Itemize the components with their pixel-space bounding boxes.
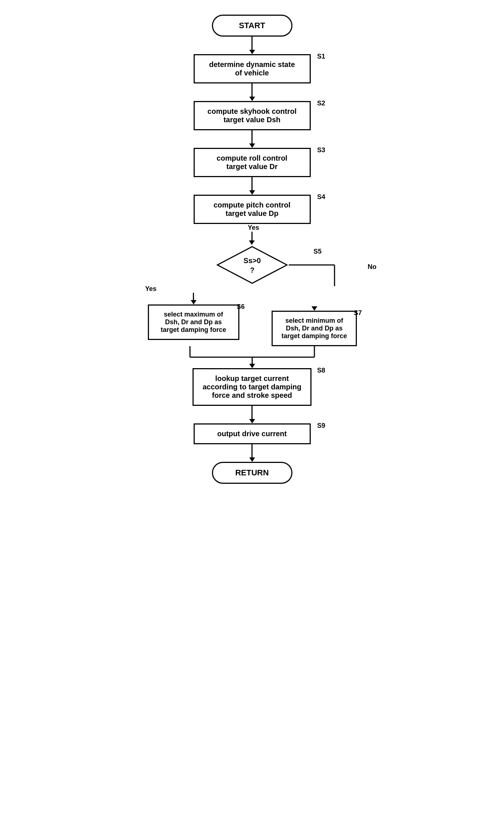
flowchart: START S1 determine dynamic stateof vehic…: [124, 15, 380, 484]
s5-label: S5: [313, 248, 321, 255]
s4-label: S4: [317, 193, 325, 201]
s2-box: compute skyhook controltarget value Dsh: [194, 101, 311, 130]
start-node: START: [212, 15, 292, 37]
s5-diamond: Ss>0 ?: [216, 245, 289, 285]
arrow-start-s1: [249, 37, 255, 54]
s6-box: select maximum ofDsh, Dr and Dp astarget…: [148, 304, 239, 340]
arrow-s9-return: [249, 444, 255, 462]
arrow-s2-s3: [249, 130, 255, 148]
arrow-s4-s5: Yes: [245, 224, 259, 245]
return-node: RETURN: [212, 462, 292, 484]
svg-text:?: ?: [250, 266, 254, 274]
s9-box: output drive current: [194, 423, 311, 444]
s8-box: lookup target currentaccording to target…: [193, 368, 311, 406]
s1-box: determine dynamic stateof vehicle: [194, 54, 311, 83]
arrow-s3-s4: [249, 177, 255, 195]
s7-box: select minimum ofDsh, Dr and Dp astarget…: [272, 311, 357, 346]
convergence-svg: [128, 346, 377, 368]
s9-label: S9: [317, 422, 325, 430]
arrow-s8-s9: [249, 406, 255, 423]
s2-label: S2: [317, 100, 325, 107]
s7-label: S7: [354, 309, 362, 317]
s1-label: S1: [317, 53, 325, 60]
s3-box: compute roll controltarget value Dr: [194, 148, 311, 177]
s6-label: S6: [236, 303, 244, 311]
arrow-s1-s2: [249, 83, 255, 101]
no-label: No: [368, 263, 377, 271]
s4-box: compute pitch controltarget value Dp: [194, 195, 311, 224]
svg-marker-10: [249, 364, 255, 368]
s8-label: S8: [317, 367, 325, 374]
svg-text:Ss>0: Ss>0: [243, 257, 261, 265]
convergence-area: [128, 346, 377, 368]
svg-marker-0: [217, 247, 287, 283]
s3-label: S3: [317, 146, 325, 154]
yes-label-s5: Yes: [145, 285, 157, 293]
yes-label-top: Yes: [248, 224, 259, 232]
